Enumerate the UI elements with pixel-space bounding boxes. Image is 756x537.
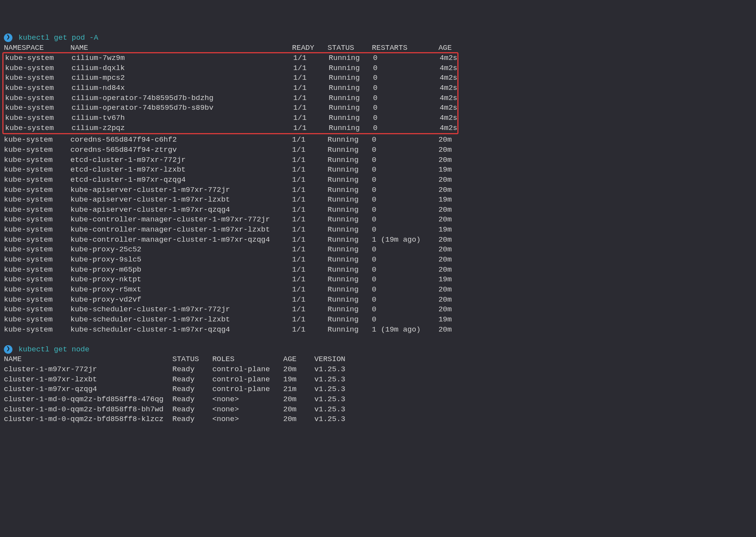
command-2: kubectl get node: [18, 345, 89, 354]
pod-row: kube-system kube-proxy-9slc5 1/1 Running…: [4, 255, 752, 265]
pod-row: kube-system cilium-z2pqz 1/1 Running 0 4…: [5, 123, 457, 133]
node-row: cluster-1-md-0-qqm2z-bfd858ff8-476qg Rea…: [4, 395, 752, 405]
node-row: cluster-1-m97xr-qzqg4 Ready control-plan…: [4, 384, 752, 395]
pod-row: kube-system kube-proxy-r5mxt 1/1 Running…: [4, 285, 752, 295]
pod-row: kube-system cilium-operator-74b8595d7b-b…: [5, 93, 457, 104]
pod-row: kube-system etcd-cluster-1-m97xr-qzqg4 1…: [4, 175, 752, 185]
node-row: cluster-1-m97xr-772jr Ready control-plan…: [4, 365, 752, 375]
pod-row: kube-system kube-scheduler-cluster-1-m97…: [4, 325, 752, 335]
blank-line: [4, 335, 752, 345]
highlighted-pods-box: kube-system cilium-7wz9m 1/1 Running 0 4…: [2, 52, 458, 134]
pod-row: kube-system kube-proxy-25c52 1/1 Running…: [4, 245, 752, 255]
terminal-output[interactable]: ❯ kubectl get pod -ANAMESPACE NAME READY…: [4, 33, 752, 425]
prompt-marker-icon: ❯: [4, 345, 12, 354]
pod-row: kube-system kube-controller-manager-clus…: [4, 235, 752, 245]
pod-row: kube-system cilium-operator-74b8595d7b-s…: [5, 103, 457, 113]
pod-row: kube-system cilium-dqxlk 1/1 Running 0 4…: [5, 63, 457, 74]
prompt-line-2: ❯ kubectl get node: [4, 345, 752, 355]
nodes-header: NAME STATUS ROLES AGE VERSION: [4, 354, 752, 365]
pod-row: kube-system kube-scheduler-cluster-1-m97…: [4, 315, 752, 325]
pod-row: kube-system etcd-cluster-1-m97xr-lzxbt 1…: [4, 165, 752, 175]
command-1: kubectl get pod -A: [18, 33, 98, 42]
pod-row: kube-system etcd-cluster-1-m97xr-772jr 1…: [4, 155, 752, 165]
pod-row: kube-system kube-apiserver-cluster-1-m97…: [4, 195, 752, 205]
pod-row: kube-system kube-controller-manager-clus…: [4, 215, 752, 225]
prompt-marker-icon: ❯: [4, 33, 12, 42]
pods-header: NAMESPACE NAME READY STATUS RESTARTS AGE: [4, 43, 752, 53]
pod-row: kube-system kube-proxy-m65pb 1/1 Running…: [4, 265, 752, 275]
pod-row: kube-system cilium-tv67h 1/1 Running 0 4…: [5, 113, 457, 123]
pod-row: kube-system kube-proxy-vd2vf 1/1 Running…: [4, 295, 752, 305]
pod-row: kube-system cilium-7wz9m 1/1 Running 0 4…: [5, 53, 457, 63]
pod-row: kube-system coredns-565d847f94-ztrgv 1/1…: [4, 145, 752, 155]
pod-row: kube-system kube-controller-manager-clus…: [4, 225, 752, 235]
node-row: cluster-1-m97xr-lzxbt Ready control-plan…: [4, 375, 752, 385]
pod-row: kube-system kube-scheduler-cluster-1-m97…: [4, 305, 752, 315]
pod-row: kube-system kube-apiserver-cluster-1-m97…: [4, 185, 752, 195]
pod-row: kube-system cilium-mpcs2 1/1 Running 0 4…: [5, 73, 457, 83]
node-row: cluster-1-md-0-qqm2z-bfd858ff8-bh7wd Rea…: [4, 405, 752, 415]
pod-row: kube-system kube-proxy-nktpt 1/1 Running…: [4, 275, 752, 285]
pod-row: kube-system cilium-nd84x 1/1 Running 0 4…: [5, 83, 457, 93]
pod-row: kube-system kube-apiserver-cluster-1-m97…: [4, 205, 752, 215]
prompt-line-1: ❯ kubectl get pod -A: [4, 33, 752, 43]
pod-row: kube-system coredns-565d847f94-c6hf2 1/1…: [4, 135, 752, 145]
node-row: cluster-1-md-0-qqm2z-bfd858ff8-klzcz Rea…: [4, 414, 752, 425]
